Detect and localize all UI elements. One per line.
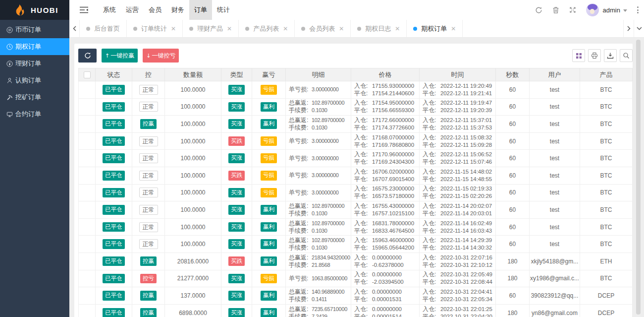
ctrl-badge[interactable]: 正常 [139, 222, 158, 232]
tabs-scroll-left-icon[interactable] [69, 20, 80, 37]
status-badge[interactable]: 已平仓 [103, 205, 125, 215]
row-select-cell[interactable] [79, 304, 96, 317]
sidebar-item-5[interactable]: 合约订单 [0, 106, 69, 123]
nav-item-2[interactable]: 会员 [144, 0, 166, 20]
print-icon[interactable] [588, 49, 601, 62]
row-select-cell[interactable] [79, 81, 96, 99]
status-cell: 已平仓 [96, 201, 132, 219]
page-scrollbar[interactable] [636, 38, 641, 317]
ctrl-badge[interactable]: 正常 [139, 85, 158, 95]
tab-6[interactable]: 期权订单✕ [407, 20, 463, 37]
collapse-sidebar-icon[interactable] [69, 0, 98, 20]
status-badge[interactable]: 已平仓 [103, 85, 125, 95]
close-icon[interactable]: ✕ [339, 25, 344, 32]
scrollbar-thumb[interactable] [636, 40, 641, 315]
refresh-icon[interactable] [531, 0, 547, 20]
ctrl-badge[interactable]: 控赢 [140, 308, 157, 317]
status-badge[interactable]: 已平仓 [103, 256, 125, 266]
ctrl-badge[interactable]: 正常 [139, 136, 158, 146]
ctrl-badge[interactable]: 正常 [139, 188, 158, 197]
detail-value: 7.2429 [312, 313, 327, 317]
ctrl-badge[interactable]: 控赢 [140, 291, 157, 301]
ctrl-badge[interactable]: 正常 [139, 153, 158, 163]
avatar[interactable] [586, 3, 599, 16]
row-select-cell[interactable] [79, 218, 96, 236]
search-icon[interactable] [620, 49, 633, 62]
tab-3[interactable]: 产品列表✕ [239, 20, 295, 37]
tab-1[interactable]: 订单统计✕ [127, 20, 183, 37]
trash-icon[interactable] [547, 0, 564, 20]
ctrl-badge[interactable]: 正常 [139, 102, 158, 112]
refresh-table-button[interactable] [78, 49, 97, 63]
sidebar-item-4[interactable]: 挖矿订单 [0, 89, 69, 106]
close-icon[interactable]: ✕ [451, 25, 456, 32]
ctrl-badge[interactable]: 正常 [139, 205, 158, 215]
seconds-cell: 180 [496, 270, 530, 287]
status-badge[interactable]: 已平仓 [103, 171, 125, 181]
tabs-scroll-right-icon[interactable] [623, 20, 634, 37]
user-cell: 390823912@qq... [530, 287, 580, 305]
close-icon[interactable]: ✕ [227, 25, 232, 32]
nav-item-5[interactable]: 统计 [212, 0, 235, 20]
row-select-cell[interactable] [79, 236, 96, 253]
status-badge[interactable]: 已平仓 [103, 308, 125, 317]
nav-item-0[interactable]: 系统 [98, 0, 121, 20]
row-select-cell[interactable] [79, 98, 96, 116]
row-select-cell[interactable] [79, 116, 96, 133]
close-icon[interactable]: ✕ [395, 25, 400, 32]
row-select-cell[interactable] [79, 150, 96, 167]
sidebar-item-2[interactable]: 理财订单 [0, 55, 69, 72]
tabs-menu-icon[interactable] [634, 20, 644, 37]
row-select-cell[interactable] [79, 201, 96, 219]
table-row-4: 已平仓正常100.0000买涨亏损单亏损:3.00000000入仓:17170.… [79, 150, 633, 167]
row-select-cell[interactable] [79, 287, 96, 305]
sidebar-item-3[interactable]: 认购订单 [0, 72, 69, 89]
table-row-11: 已平仓控亏21277.0000买涨亏损单亏损:1063.85000000入仓:0… [79, 270, 633, 287]
nav-item-3[interactable]: 财务 [166, 0, 189, 20]
row-select-cell[interactable] [79, 167, 96, 184]
status-badge[interactable]: 已平仓 [103, 153, 125, 163]
tab-4[interactable]: 会员列表✕ [295, 20, 351, 37]
row-select-cell[interactable] [79, 184, 96, 201]
fullscreen-icon[interactable] [564, 0, 581, 20]
ctrl-badge[interactable]: 控亏 [140, 274, 157, 284]
nav-item-4[interactable]: 订单 [189, 0, 212, 20]
detail-label: 总赢返: [289, 202, 310, 210]
sidebar-item-1[interactable]: 期权订单 [0, 38, 69, 55]
sidebar-item-0[interactable]: 币币订单 [0, 21, 69, 38]
ctrl-badge[interactable]: 控赢 [140, 119, 157, 129]
status-badge[interactable]: 已平仓 [103, 222, 125, 232]
row-select-cell[interactable] [79, 132, 96, 150]
ctrl-badge[interactable]: 正常 [139, 239, 158, 249]
status-badge[interactable]: 已平仓 [103, 239, 125, 249]
select-all-checkbox[interactable] [84, 71, 91, 78]
tab-2[interactable]: 理财产品✕ [183, 20, 239, 37]
force-win-all-button[interactable]: ↑一键控赢 [102, 49, 138, 63]
close-icon[interactable]: ✕ [283, 25, 288, 32]
nav-item-1[interactable]: 运营 [121, 0, 144, 20]
status-badge[interactable]: 已平仓 [103, 291, 125, 301]
row-select-cell[interactable] [79, 253, 96, 270]
ctrl-badge[interactable]: 控赢 [140, 256, 157, 266]
more-menu-icon[interactable] [631, 0, 644, 20]
status-badge[interactable]: 已平仓 [103, 274, 125, 284]
price-cell: 入仓:17170.96000000平仓:17169.24304300 [351, 150, 420, 167]
detail-label: 手续费: [289, 296, 310, 303]
product-cell: BTC [580, 201, 633, 219]
row-select-cell[interactable] [79, 270, 96, 287]
admin-username[interactable]: admin [603, 6, 620, 14]
tab-5[interactable]: 期权日志✕ [351, 20, 407, 37]
status-badge[interactable]: 已平仓 [103, 188, 125, 198]
sidebar-item-label: 币币订单 [15, 25, 41, 34]
status-badge[interactable]: 已平仓 [103, 102, 125, 112]
columns-filter-icon[interactable] [572, 49, 585, 62]
status-badge[interactable]: 已平仓 [103, 136, 125, 146]
close-icon[interactable]: ✕ [171, 25, 176, 32]
force-lose-all-button[interactable]: ↓一键控亏 [143, 49, 179, 63]
tab-0[interactable]: 后台首页 [80, 20, 127, 37]
brand[interactable]: HUOBI [0, 0, 69, 20]
export-icon[interactable] [604, 49, 617, 62]
status-badge[interactable]: 已平仓 [103, 119, 125, 129]
ctrl-badge[interactable]: 正常 [139, 171, 158, 181]
detail-value: 102.89700000 [312, 220, 344, 227]
